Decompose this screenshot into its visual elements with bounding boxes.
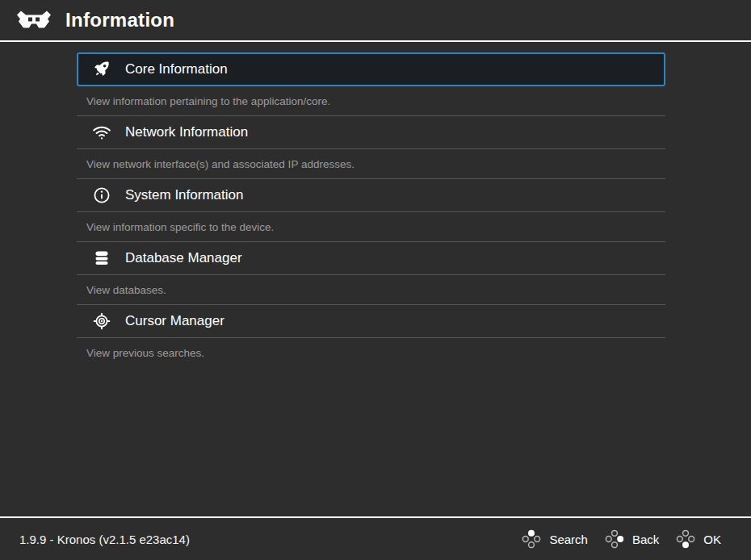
hint-label: Back (632, 533, 659, 546)
footer: 1.9.9 - Kronos (v2.1.5 e23ac14) SearchBa… (0, 518, 751, 560)
menu-item-label: Cursor Manager (125, 313, 224, 329)
menu-item-system-information[interactable]: System Information (77, 179, 665, 211)
header-divider (0, 40, 751, 42)
hint-label: OK (703, 533, 721, 546)
menu-item-sublabel: View network interface(s) and associated… (77, 149, 665, 178)
menu-item-sublabel: View information specific to the device. (77, 212, 665, 241)
version-text: 1.9.9 - Kronos (v2.1.5 e23ac14) (19, 533, 190, 546)
menu-item-label: System Information (125, 187, 243, 203)
menu-item-sublabel: View databases. (77, 275, 665, 304)
menu-list: Core InformationView information pertain… (77, 52, 665, 367)
input-hints: SearchBackOK (522, 529, 721, 549)
target-icon (92, 311, 111, 331)
menu-item-cursor-manager[interactable]: Cursor Manager (77, 305, 665, 337)
menu-item-sublabel: View previous searches. (77, 338, 665, 367)
gamepad-south-button-icon (676, 529, 695, 549)
hint-label: Search (549, 533, 588, 546)
hint-search[interactable]: Search (522, 529, 588, 549)
database-icon (92, 249, 111, 268)
menu-item-label: Network Information (125, 124, 248, 140)
gamepad-north-button-icon (522, 529, 541, 549)
rocket-icon (92, 60, 111, 79)
menu-item-label: Database Manager (125, 250, 242, 266)
menu-item-sublabel: View information pertaining to the appli… (77, 86, 665, 115)
info-icon (92, 186, 111, 205)
gamepad-east-button-icon (605, 529, 624, 549)
hint-ok[interactable]: OK (676, 529, 721, 549)
menu-item-database-manager[interactable]: Database Manager (77, 242, 665, 274)
retroarch-logo-icon (16, 10, 52, 31)
page-title: Information (65, 9, 174, 31)
header: Information (0, 0, 751, 40)
hint-back[interactable]: Back (605, 529, 659, 549)
wifi-icon (92, 123, 111, 142)
menu-item-network-information[interactable]: Network Information (77, 116, 665, 148)
menu-item-label: Core Information (125, 61, 228, 77)
menu-item-core-information[interactable]: Core Information (77, 52, 665, 86)
